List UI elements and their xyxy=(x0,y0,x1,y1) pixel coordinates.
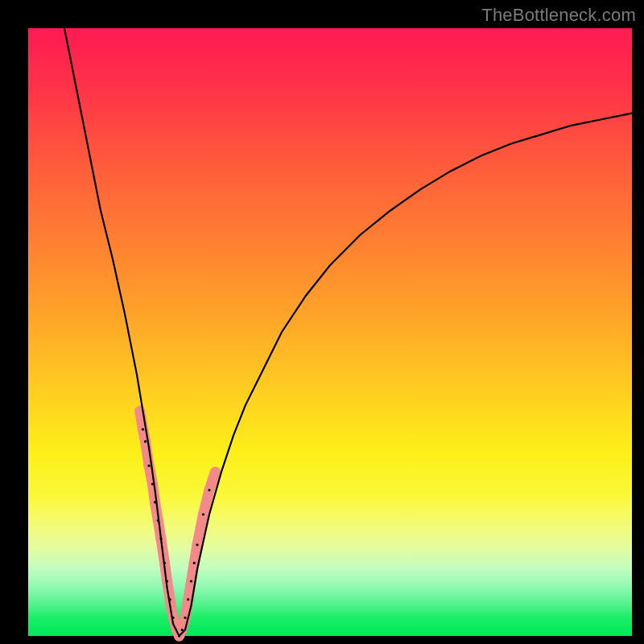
marker-joint xyxy=(202,513,204,515)
marker-joint xyxy=(187,598,189,601)
marker-joint xyxy=(184,617,186,619)
chart-svg xyxy=(28,28,632,636)
marker-joint xyxy=(208,489,210,491)
marker-pill xyxy=(209,472,216,490)
marker-joint xyxy=(144,440,147,443)
bottleneck-curve xyxy=(64,28,632,636)
marker-joint xyxy=(147,464,150,467)
marker-joint xyxy=(190,580,192,582)
marker-joint xyxy=(142,428,144,431)
watermark-text: TheBottleneck.com xyxy=(481,5,636,26)
marker-joint xyxy=(196,543,198,546)
marker-layer xyxy=(140,411,216,638)
marker-joint xyxy=(193,562,196,564)
chart-frame: TheBottleneck.com xyxy=(0,0,644,644)
